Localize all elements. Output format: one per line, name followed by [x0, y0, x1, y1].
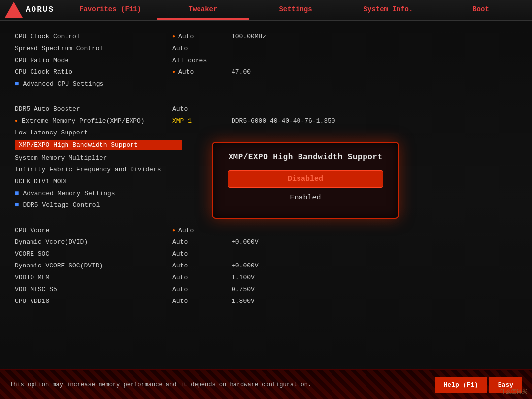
label-cpu-ratio-mode: CPU Ratio Mode	[15, 57, 172, 64]
value-cpu-clock-ratio: ●Auto	[172, 68, 232, 76]
value2-dynamic-vcore-soc: +0.000V	[232, 262, 259, 269]
label-spread-spectrum: Spread Spectrum Control	[15, 45, 172, 52]
label-dynamic-vcore-soc: Dynamic VCORE SOC(DVID)	[15, 262, 172, 269]
value2-dynamic-vcore: +0.000V	[232, 238, 259, 246]
label-low-latency: Low Latency Support	[15, 129, 172, 136]
value-spread-spectrum: Auto	[172, 45, 232, 52]
help-text: This option may increase memory performa…	[10, 381, 311, 389]
row-vcore-soc[interactable]: VCORE SOC Auto	[15, 248, 517, 260]
row-advanced-memory[interactable]: ■Advanced Memory Settings	[15, 187, 517, 199]
row-cpu-clock-ratio[interactable]: CPU Clock Ratio ●Auto 47.00	[15, 66, 517, 78]
value2-cpu-clock-ratio: 47.00	[232, 68, 251, 76]
blue-square-icon3: ■	[15, 201, 19, 209]
row-cpu-clock-control[interactable]: CPU Clock Control ●Auto 100.00MHz	[15, 31, 517, 42]
label-advanced-memory: ■Advanced Memory Settings	[15, 189, 172, 197]
row-ddr5-voltage[interactable]: ■DDR5 Voltage Control	[15, 199, 517, 211]
row-spread-spectrum[interactable]: Spread Spectrum Control Auto	[15, 42, 517, 54]
value-vddio-mem: Auto	[172, 274, 232, 281]
row-sys-mem-mult[interactable]: System Memory Multiplier	[15, 152, 517, 164]
blue-square-icon2: ■	[15, 189, 19, 197]
row-low-latency[interactable]: Low Latency Support	[15, 127, 517, 138]
label-xmp-expo: ●Extreme Memory Profile(XMP/EXPO)	[15, 117, 172, 125]
value-vcore-soc: Auto	[172, 250, 232, 258]
value-dynamic-vcore-soc: Auto	[172, 262, 232, 269]
main-content: CPU Clock Control ●Auto 100.00MHz Spread…	[0, 21, 532, 369]
memory-section: DDR5 Auto Booster Auto ●Extreme Memory P…	[15, 103, 517, 211]
row-cpu-ratio-mode[interactable]: CPU Ratio Mode All cores	[15, 54, 517, 66]
watermark: 什么值得买	[500, 388, 527, 395]
orange-dot-icon3: ●	[15, 118, 18, 124]
divider1	[15, 99, 517, 99]
label-cpu-clock-ratio: CPU Clock Ratio	[15, 68, 172, 76]
value-xmp-expo: XMP 1	[172, 117, 232, 125]
voltage-section: CPU Vcore ●Auto Dynamic Vcore(DVID) Auto…	[15, 224, 517, 307]
value2-xmp-expo: DDR5-6000 40-40-40-76-1.350	[232, 117, 335, 125]
value2-vddio-mem: 1.100V	[232, 274, 255, 281]
label-infinity-fabric: Infinity Fabric Frequency and Dividers	[15, 166, 172, 173]
nav-tabs: Favorites (F11) Tweaker Settings System …	[64, 0, 527, 20]
orange-dot-icon4: ●	[172, 228, 175, 233]
value-cpu-ratio-mode: All cores	[172, 57, 232, 64]
value-cpu-clock-control: ●Auto	[172, 33, 232, 40]
row-xmp-expo[interactable]: ●Extreme Memory Profile(XMP/EXPO) XMP 1 …	[15, 115, 517, 127]
value-ddr5-auto-booster: Auto	[172, 105, 232, 113]
row-dynamic-vcore[interactable]: Dynamic Vcore(DVID) Auto +0.000V	[15, 236, 517, 248]
label-advanced-cpu: ■Advanced CPU Settings	[15, 80, 172, 88]
row-dynamic-vcore-soc[interactable]: Dynamic VCORE SOC(DVID) Auto +0.000V	[15, 260, 517, 271]
label-sys-mem-mult: System Memory Multiplier	[15, 154, 172, 162]
value-dynamic-vcore: Auto	[172, 238, 232, 246]
row-vddio-mem[interactable]: VDDIO_MEM Auto 1.100V	[15, 271, 517, 283]
row-cpu-vdd18[interactable]: CPU VDD18 Auto 1.800V	[15, 295, 517, 307]
label-ddr5-auto-booster: DDR5 Auto Booster	[15, 105, 172, 113]
label-cpu-vcore: CPU Vcore	[15, 227, 172, 234]
value-cpu-vcore: ●Auto	[172, 227, 232, 234]
top-navigation: AORUS Favorites (F11) Tweaker Settings S…	[0, 0, 532, 21]
orange-dot-icon: ●	[172, 34, 175, 39]
value-vdd-misc: Auto	[172, 286, 232, 293]
row-cpu-vcore[interactable]: CPU Vcore ●Auto	[15, 224, 517, 236]
row-vdd-misc[interactable]: VDD_MISC_S5 Auto 0.750V	[15, 283, 517, 295]
value2-cpu-vdd18: 1.800V	[232, 298, 255, 305]
cpu-section: CPU Clock Control ●Auto 100.00MHz Spread…	[15, 31, 517, 90]
orange-dot-icon2: ●	[172, 69, 175, 75]
label-uclk-div1: UCLK DIV1 MODE	[15, 178, 172, 185]
label-vdd-misc: VDD_MISC_S5	[15, 286, 172, 293]
tab-system-info[interactable]: System Info.	[342, 0, 434, 20]
label-vcore-soc: VCORE SOC	[15, 250, 172, 258]
logo-area: AORUS	[5, 2, 54, 18]
help-button[interactable]: Help (F1)	[435, 377, 487, 393]
row-ddr5-auto-booster[interactable]: DDR5 Auto Booster Auto	[15, 103, 517, 115]
value2-vdd-misc: 0.750V	[232, 286, 255, 293]
divider2	[15, 220, 517, 220]
tab-tweaker[interactable]: Tweaker	[157, 0, 249, 20]
label-vddio-mem: VDDIO_MEM	[15, 274, 172, 281]
label-dynamic-vcore: Dynamic Vcore(DVID)	[15, 238, 172, 246]
value2-cpu-clock-control: 100.00MHz	[232, 33, 266, 40]
logo-triangle-icon	[5, 2, 23, 18]
label-ddr5-voltage: ■DDR5 Voltage Control	[15, 201, 172, 209]
row-uclk-div1[interactable]: UCLK DIV1 MODE	[15, 175, 517, 187]
row-infinity-fabric[interactable]: Infinity Fabric Frequency and Dividers	[15, 164, 517, 175]
value-cpu-vdd18: Auto	[172, 298, 232, 305]
row-advanced-cpu[interactable]: ■Advanced CPU Settings	[15, 78, 517, 90]
bottom-bar: This option may increase memory performa…	[0, 369, 532, 399]
settings-panel: CPU Clock Control ●Auto 100.00MHz Spread…	[0, 21, 532, 369]
tab-favorites[interactable]: Favorites (F11)	[64, 0, 157, 20]
label-cpu-vdd18: CPU VDD18	[15, 298, 172, 305]
blue-square-icon: ■	[15, 80, 19, 88]
row-xmp-high-bw[interactable]: XMP/EXPO High Bandwidth Support	[15, 138, 517, 152]
label-cpu-clock-control: CPU Clock Control	[15, 33, 172, 40]
tab-settings[interactable]: Settings	[249, 0, 342, 20]
label-xmp-high-bw: XMP/EXPO High Bandwidth Support	[15, 140, 182, 150]
tab-boot[interactable]: Boot	[434, 0, 527, 20]
logo-text: AORUS	[26, 5, 54, 14]
